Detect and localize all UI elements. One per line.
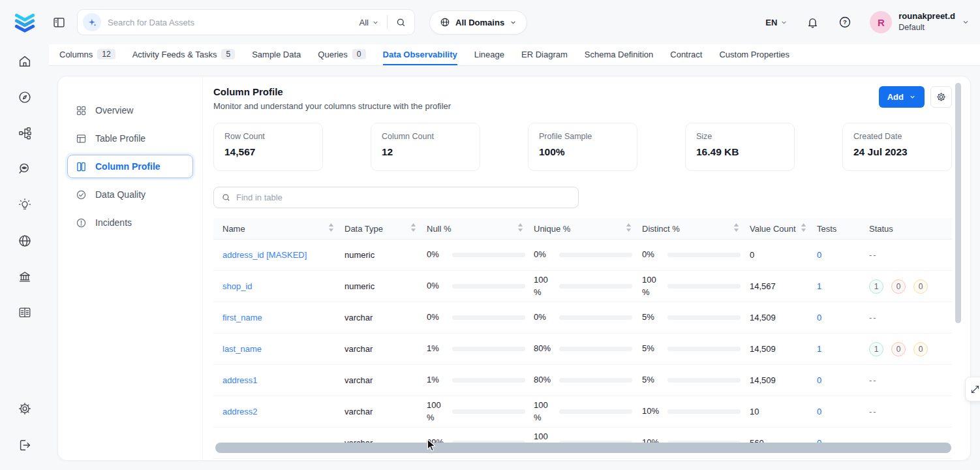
tests-link[interactable]: 0 xyxy=(817,250,869,260)
avatar[interactable]: R xyxy=(870,11,892,33)
vertical-scrollbar[interactable] xyxy=(955,83,961,323)
chevron-down-icon xyxy=(780,19,788,26)
horizontal-scrollbar[interactable] xyxy=(215,443,951,453)
tab-lineage[interactable]: Lineage xyxy=(474,44,504,65)
tests-link[interactable]: 1 xyxy=(817,344,869,354)
stat-card-created-date: Created Date 24 Jul 2023 xyxy=(842,123,952,171)
notifications-bell-icon[interactable] xyxy=(804,14,820,30)
tab-sample-data[interactable]: Sample Data xyxy=(252,44,301,65)
null-bar xyxy=(452,284,525,289)
distinct-cell: 10% xyxy=(642,405,750,418)
status-badges: 100 xyxy=(869,279,952,294)
column-name-link[interactable]: address_id [MASKED] xyxy=(213,250,345,260)
null-cell: 0% xyxy=(427,311,534,324)
entity-tab-bar: Columns12Activity Feeds & Tasks5Sample D… xyxy=(49,44,980,66)
status-empty: -- xyxy=(869,407,952,416)
lineage-icon[interactable] xyxy=(17,125,33,141)
column-header-null-[interactable]: Null % xyxy=(427,223,534,234)
tab-label: ER Diagram xyxy=(521,50,568,59)
insights-icon[interactable] xyxy=(17,197,33,213)
observability-icon[interactable] xyxy=(17,161,33,177)
column-header-distinct-[interactable]: Distinct % xyxy=(642,223,750,234)
distinct-cell: 5% xyxy=(642,374,750,386)
expand-panel-button[interactable] xyxy=(965,377,980,401)
unique-value: 100 % xyxy=(534,400,559,424)
find-in-table-input[interactable] xyxy=(236,193,571,202)
language-dropdown[interactable]: EN xyxy=(765,18,788,27)
tab-contract[interactable]: Contract xyxy=(670,44,702,65)
sort-icon[interactable] xyxy=(410,223,416,234)
search-scope-dropdown[interactable]: All xyxy=(360,18,379,27)
column-header-unique-[interactable]: Unique % xyxy=(534,223,642,234)
column-name-link[interactable]: address2 xyxy=(213,407,345,416)
null-bar xyxy=(452,253,525,257)
tests-link[interactable]: 0 xyxy=(817,407,869,416)
glossary-icon[interactable] xyxy=(17,305,33,321)
null-bar xyxy=(452,315,525,320)
column-name-link[interactable]: address1 xyxy=(213,375,345,385)
explore-icon[interactable] xyxy=(17,89,33,105)
tab-data-observability[interactable]: Data Observability xyxy=(383,44,457,65)
domains-icon[interactable] xyxy=(17,233,33,249)
column-name-link[interactable]: last_name xyxy=(213,344,345,354)
tab-schema-definition[interactable]: Schema Definition xyxy=(585,44,654,65)
logout-icon[interactable] xyxy=(17,437,33,453)
tests-link[interactable]: 0 xyxy=(817,375,869,385)
search-icon[interactable] xyxy=(395,17,406,28)
unique-value: 0% xyxy=(534,249,559,261)
profiler-settings-button[interactable] xyxy=(930,86,952,108)
column-header-name[interactable]: Name xyxy=(213,223,345,234)
sidebar-toggle-icon[interactable] xyxy=(51,14,67,30)
value-count-cell: 14,509 xyxy=(750,375,817,385)
null-cell: 1% xyxy=(427,343,534,355)
column-name-link[interactable]: first_name xyxy=(213,313,345,322)
sidebar-item-table-profile[interactable]: Table Profile xyxy=(67,127,193,150)
distinct-value: 5% xyxy=(642,374,667,386)
govern-icon[interactable] xyxy=(17,269,33,285)
column-header-data-type[interactable]: Data Type xyxy=(345,223,427,234)
column-name-link[interactable]: shop_id xyxy=(213,281,345,291)
sidebar-item-overview[interactable]: Overview xyxy=(67,99,193,122)
sort-icon[interactable] xyxy=(626,223,632,234)
status-badges: 100 xyxy=(869,342,952,356)
add-button[interactable]: Add xyxy=(879,86,925,108)
app-logo-icon[interactable] xyxy=(10,8,39,37)
ai-sparkle-icon[interactable] xyxy=(83,13,101,31)
tests-link[interactable]: 1 xyxy=(817,281,869,291)
sidebar-item-data-quality[interactable]: Data Quality xyxy=(67,183,193,206)
unique-cell: 80% xyxy=(534,374,642,386)
global-search-bar[interactable]: All xyxy=(77,9,415,35)
tab-queries[interactable]: Queries0 xyxy=(318,44,365,65)
settings-icon[interactable] xyxy=(17,401,33,416)
unique-cell: 0% xyxy=(534,311,642,324)
null-value: 1% xyxy=(427,374,452,386)
unique-bar xyxy=(559,409,632,414)
tests-link[interactable]: 0 xyxy=(817,313,869,322)
all-domains-dropdown[interactable]: All Domains xyxy=(429,10,527,35)
find-in-table[interactable] xyxy=(213,187,579,208)
null-value: 0% xyxy=(427,311,452,324)
sort-icon[interactable] xyxy=(328,223,334,234)
distinct-value: 10% xyxy=(642,405,667,418)
tab-columns[interactable]: Columns12 xyxy=(59,44,115,65)
sort-icon[interactable] xyxy=(733,223,739,234)
sidebar-item-incidents[interactable]: Incidents xyxy=(67,211,193,234)
sort-icon[interactable] xyxy=(517,223,523,234)
stat-value: 100% xyxy=(539,146,626,158)
sort-icon[interactable] xyxy=(801,223,806,234)
user-menu[interactable]: R rounakpreet.d Default xyxy=(870,11,970,33)
distinct-bar xyxy=(667,409,741,414)
chevron-down-icon xyxy=(962,18,970,26)
tab-custom-properties[interactable]: Custom Properties xyxy=(719,44,789,65)
global-search-input[interactable] xyxy=(108,18,360,27)
tab-activity-feeds-tasks[interactable]: Activity Feeds & Tasks5 xyxy=(132,44,236,65)
help-icon[interactable]: ? xyxy=(837,14,853,30)
column-header-value-count[interactable]: Value Count xyxy=(750,223,817,234)
stat-value: 24 Jul 2023 xyxy=(853,146,941,158)
tab-er-diagram[interactable]: ER Diagram xyxy=(521,44,568,65)
tab-label: Schema Definition xyxy=(585,50,654,59)
column-header-tests: Tests xyxy=(817,224,869,234)
sidebar-item-column-profile[interactable]: Column Profile xyxy=(67,155,193,178)
distinct-value: 5% xyxy=(642,343,667,355)
home-icon[interactable] xyxy=(17,54,33,69)
